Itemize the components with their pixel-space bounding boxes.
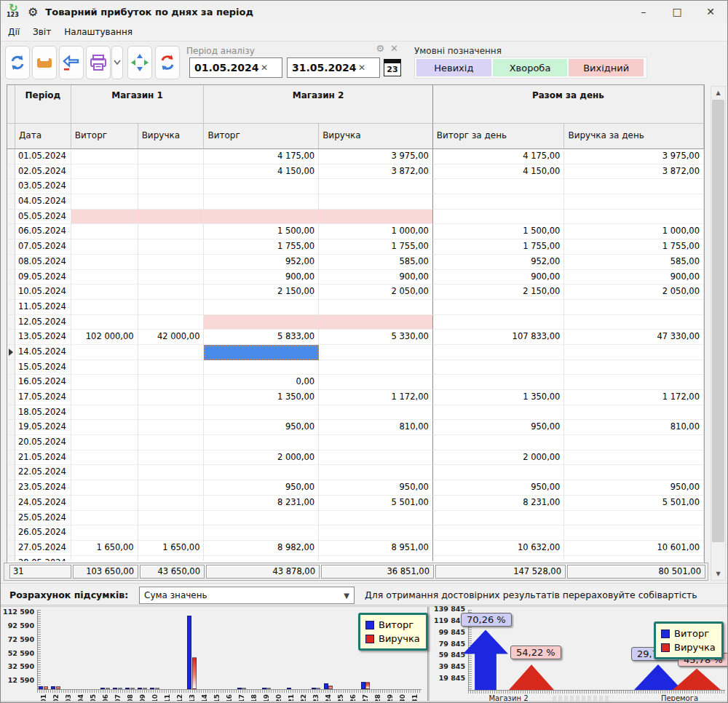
- value-cell[interactable]: 4 150,00: [204, 164, 319, 180]
- value-cell[interactable]: [138, 360, 205, 376]
- value-cell[interactable]: [564, 405, 704, 421]
- value-cell[interactable]: [564, 465, 704, 480]
- table-row[interactable]: 22.05.2024: [7, 465, 704, 480]
- value-cell[interactable]: [433, 179, 565, 194]
- period-gear-icon[interactable]: ⚙: [376, 43, 384, 54]
- value-cell[interactable]: [319, 556, 433, 561]
- value-cell[interactable]: [138, 496, 205, 511]
- value-cell[interactable]: [71, 149, 138, 164]
- table-row[interactable]: 08.05.2024952,00585,00952,00585,00: [7, 255, 704, 270]
- value-cell[interactable]: 4 175,00: [433, 149, 565, 164]
- date-cell[interactable]: 24.05.2024: [15, 496, 71, 511]
- table-row[interactable]: 26.05.2024: [7, 525, 704, 541]
- value-cell[interactable]: [138, 420, 205, 435]
- reload-button[interactable]: [155, 46, 180, 79]
- value-cell[interactable]: 810,00: [319, 420, 433, 435]
- value-cell[interactable]: [138, 465, 205, 480]
- value-cell[interactable]: [204, 315, 319, 330]
- value-cell[interactable]: [138, 285, 205, 300]
- value-cell[interactable]: [138, 255, 205, 270]
- value-cell[interactable]: [204, 511, 319, 526]
- value-cell[interactable]: [138, 375, 205, 390]
- value-cell[interactable]: [319, 300, 433, 315]
- value-cell[interactable]: [71, 164, 138, 180]
- value-cell[interactable]: [138, 345, 205, 360]
- table-row[interactable]: 28.05.2024: [7, 556, 704, 561]
- value-cell[interactable]: [138, 149, 205, 164]
- table-row[interactable]: 11.05.2024: [7, 300, 704, 315]
- value-cell[interactable]: 3 975,00: [319, 149, 433, 164]
- value-cell[interactable]: [204, 360, 319, 376]
- table-row[interactable]: 04.05.2024: [7, 194, 704, 210]
- date-cell[interactable]: 21.05.2024: [15, 450, 71, 466]
- value-cell[interactable]: 2 000,00: [204, 450, 319, 466]
- value-cell[interactable]: [71, 255, 138, 270]
- value-cell[interactable]: 950,00: [564, 480, 704, 496]
- value-cell[interactable]: 42 000,00: [138, 330, 205, 345]
- value-cell[interactable]: 3 975,00: [564, 149, 704, 164]
- value-cell[interactable]: [71, 270, 138, 285]
- value-cell[interactable]: [319, 375, 433, 390]
- value-cell[interactable]: [319, 435, 433, 450]
- value-cell[interactable]: 102 000,00: [71, 330, 138, 345]
- value-cell[interactable]: 950,00: [433, 480, 565, 496]
- value-cell[interactable]: [71, 345, 138, 360]
- value-cell[interactable]: [138, 194, 205, 210]
- value-cell[interactable]: [204, 300, 319, 315]
- value-cell[interactable]: [564, 525, 704, 541]
- value-cell[interactable]: 4 150,00: [433, 164, 565, 180]
- maximize-button[interactable]: □: [660, 1, 694, 23]
- value-cell[interactable]: 1 500,00: [433, 224, 565, 239]
- table-row[interactable]: 10.05.20242 150,002 050,002 150,002 050,…: [7, 285, 704, 300]
- date-cell[interactable]: 04.05.2024: [15, 194, 71, 210]
- date-cell[interactable]: 15.05.2024: [15, 360, 71, 376]
- value-cell[interactable]: 2 150,00: [204, 285, 319, 300]
- move-button[interactable]: [127, 46, 152, 79]
- value-cell[interactable]: [138, 480, 205, 496]
- value-cell[interactable]: 1 350,00: [204, 390, 319, 405]
- value-cell[interactable]: 3 872,00: [564, 164, 704, 180]
- value-cell[interactable]: [433, 556, 565, 561]
- group-header-0[interactable]: [7, 85, 15, 124]
- date-cell[interactable]: 12.05.2024: [15, 315, 71, 330]
- value-cell[interactable]: 5 501,00: [564, 496, 704, 511]
- menu-item-3[interactable]: Налаштування: [58, 24, 138, 40]
- value-cell[interactable]: [564, 300, 704, 315]
- col-data[interactable]: Дата: [15, 124, 71, 149]
- value-cell[interactable]: 10 632,00: [433, 541, 565, 556]
- value-cell[interactable]: 1 755,00: [433, 239, 565, 255]
- date-cell[interactable]: 10.05.2024: [15, 285, 71, 300]
- scroll-down-icon[interactable]: ▼: [711, 568, 725, 580]
- value-cell[interactable]: [71, 390, 138, 405]
- value-cell[interactable]: [204, 465, 319, 480]
- value-cell[interactable]: 2 000,00: [433, 450, 565, 466]
- value-cell[interactable]: [433, 194, 565, 210]
- value-cell[interactable]: [433, 345, 565, 360]
- value-cell[interactable]: 4 175,00: [204, 149, 319, 164]
- value-cell[interactable]: [433, 511, 565, 526]
- group-header-4[interactable]: Разом за день: [433, 85, 704, 124]
- value-cell[interactable]: [138, 556, 205, 561]
- value-cell[interactable]: 8 231,00: [433, 496, 565, 511]
- scrollbar-thumb[interactable]: [712, 100, 724, 542]
- col-m1-vyruchka[interactable]: Виручка: [138, 124, 205, 149]
- value-cell[interactable]: 2 150,00: [433, 285, 565, 300]
- value-cell[interactable]: [433, 465, 565, 480]
- date-cell[interactable]: 09.05.2024: [15, 270, 71, 285]
- value-cell[interactable]: [71, 360, 138, 376]
- table-row[interactable]: 24.05.20248 231,005 501,008 231,005 501,…: [7, 496, 704, 511]
- value-cell[interactable]: 1 000,00: [564, 224, 704, 239]
- value-cell[interactable]: 10 601,00: [564, 541, 704, 556]
- value-cell[interactable]: [204, 179, 319, 194]
- value-cell[interactable]: 1 755,00: [204, 239, 319, 255]
- value-cell[interactable]: [433, 210, 565, 225]
- minimize-button[interactable]: –: [627, 1, 660, 23]
- value-cell[interactable]: [138, 390, 205, 405]
- table-row[interactable]: 17.05.20241 350,001 172,001 350,001 172,…: [7, 390, 704, 405]
- value-cell[interactable]: [319, 194, 433, 210]
- value-cell[interactable]: 3 872,00: [319, 164, 433, 180]
- value-cell[interactable]: [71, 465, 138, 480]
- table-row[interactable]: 02.05.20244 150,003 872,004 150,003 872,…: [7, 164, 704, 180]
- date-cell[interactable]: 28.05.2024: [15, 556, 71, 561]
- value-cell[interactable]: [138, 405, 205, 421]
